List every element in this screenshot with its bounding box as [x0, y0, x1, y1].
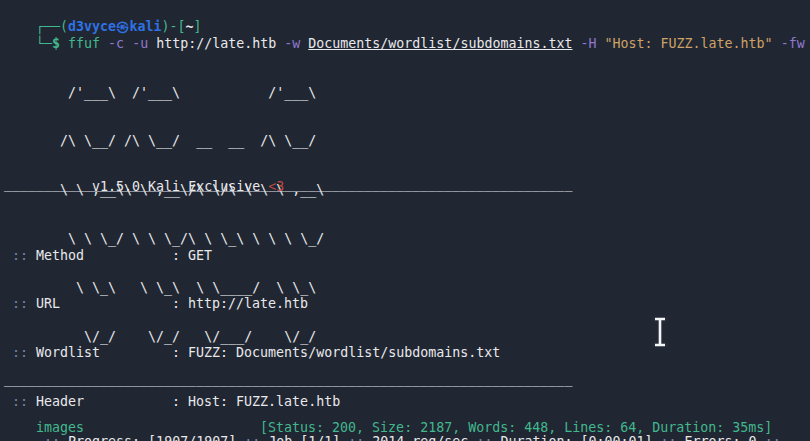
config-value: http://late.htb — [188, 296, 308, 311]
config-row-method: :: Method: GET — [4, 248, 604, 264]
prompt-frame-bottom: └─ — [36, 36, 52, 51]
command-header-string: "Host: FUZZ.late.htb" — [605, 36, 781, 51]
command-flag-c: -c — [108, 36, 132, 51]
config-label: URL — [36, 296, 172, 312]
progress-marker: :: — [661, 434, 685, 441]
config-row-url: :: URL: http://late.htb — [4, 296, 604, 312]
separator-line: ________________________________________… — [4, 371, 572, 387]
progress-rate: 2014 req/sec — [372, 434, 476, 441]
command-program: ffuf — [68, 36, 108, 51]
progress-marker: :: — [244, 434, 268, 441]
terminal-window[interactable]: ┌──(d3vyce㉿kali)-[~] └─$ ffuf -c -u http… — [0, 0, 810, 441]
config-label: Method — [36, 248, 172, 264]
config-row-wordlist: :: Wordlist: FUZZ: Documents/wordlist/su… — [4, 345, 604, 361]
progress-job: Job [1/1] — [268, 434, 348, 441]
command-url: http://late.htb — [156, 36, 284, 51]
config-value: GET — [188, 248, 212, 263]
progress-line: :: Progress: [1907/1907] :: Job [1/1] ::… — [4, 418, 781, 441]
progress-marker: :: — [348, 434, 372, 441]
separator-rule: ________________________________________… — [4, 371, 572, 386]
config-colon: : — [172, 345, 188, 360]
command-flag-w: -w — [284, 36, 308, 51]
config-marker: :: — [4, 345, 36, 360]
progress-errors: Errors: 0 — [685, 434, 765, 441]
config-value: FUZZ: Documents/wordlist/subdomains.txt — [188, 345, 500, 360]
progress-marker: :: — [476, 434, 500, 441]
ascii-art-line-1: /'___\ /'___\ /'___\ — [4, 85, 324, 101]
separator-rule: ________________________________________… — [4, 176, 572, 191]
command-flag-u: -u — [132, 36, 156, 51]
ascii-art-line-2: /\ \__/ /\ \__/ __ __ /\ \__/ — [4, 133, 324, 149]
config-colon: : — [172, 248, 188, 263]
command-wordlist-path: Documents/wordlist/subdomains.txt — [308, 36, 572, 51]
progress-marker: :: — [36, 434, 68, 441]
config-label: Wordlist — [36, 345, 172, 361]
text-cursor-icon — [652, 317, 668, 347]
config-colon: : — [172, 296, 188, 311]
config-marker: :: — [4, 248, 36, 263]
progress-counter: Progress: [1907/1907] — [68, 434, 244, 441]
command-flag-H: -H — [572, 36, 604, 51]
progress-duration: Duration: [0:00:01] — [500, 434, 660, 441]
command-flag-fw: -fw — [781, 36, 810, 51]
separator-line: ________________________________________… — [4, 176, 572, 192]
progress-marker: :: — [765, 434, 781, 441]
config-marker: :: — [4, 296, 36, 311]
prompt-symbol: $ — [52, 36, 68, 51]
